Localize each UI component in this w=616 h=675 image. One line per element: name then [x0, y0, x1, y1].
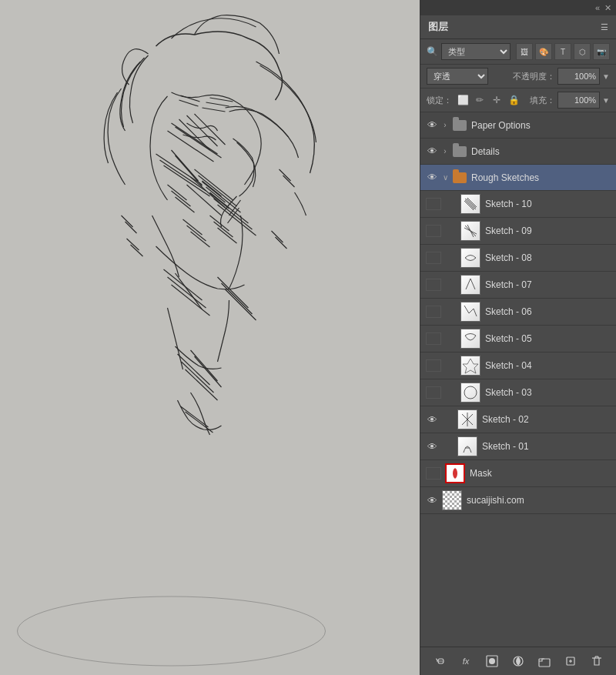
- layer-item-sketch-07[interactable]: Sketch - 07: [420, 272, 616, 299]
- visibility-toggle-sketch-05[interactable]: [426, 332, 441, 345]
- layer-name-mask: Mask: [467, 468, 612, 479]
- visibility-toggle-mask[interactable]: [426, 467, 441, 480]
- svg-rect-8: [539, 659, 550, 667]
- layer-item-sketch-03[interactable]: Sketch - 03: [420, 379, 616, 406]
- layer-item-sketch-06[interactable]: Sketch - 06: [420, 299, 616, 326]
- thumbnail-sketch-06: [460, 302, 480, 322]
- folder-icon-details: [452, 145, 467, 159]
- thumbnail-mask: [445, 463, 465, 483]
- expand-paper-options-icon[interactable]: ›: [440, 120, 450, 131]
- filter-pixel-button[interactable]: 🖼: [516, 43, 533, 60]
- filter-shape-button[interactable]: ⬡: [574, 43, 591, 60]
- expand-rough-sketches-icon[interactable]: ∨: [440, 172, 450, 183]
- layer-name-sketch-01: Sketch - 01: [480, 441, 612, 452]
- filter-smart-button[interactable]: 📷: [593, 43, 610, 60]
- folder-icon-rough-sketches: [452, 171, 467, 185]
- lock-transparent-button[interactable]: ⬜: [456, 93, 470, 107]
- blend-mode-select[interactable]: 穿透: [427, 68, 488, 85]
- filter-adjustment-button[interactable]: 🎨: [535, 43, 552, 60]
- layer-name-sucaijishi: sucaijishi.com: [464, 495, 612, 506]
- expand-details-icon[interactable]: ›: [440, 146, 450, 157]
- svg-point-2: [464, 386, 477, 399]
- visibility-toggle-details[interactable]: 👁: [424, 144, 440, 159]
- delete-layer-button[interactable]: [588, 652, 606, 670]
- visibility-toggle-sucaijishi[interactable]: 👁: [424, 493, 440, 508]
- layer-item-mask[interactable]: Mask: [420, 460, 616, 487]
- layers-list[interactable]: 👁 › Paper Options 👁 › Details 👁 ∨ Rough …: [420, 112, 616, 647]
- search-icon: 🔍: [427, 46, 438, 57]
- visibility-toggle-sketch-08[interactable]: [426, 252, 441, 264]
- layer-item-sketch-08[interactable]: Sketch - 08: [420, 245, 616, 272]
- filter-text-button[interactable]: T: [554, 43, 571, 60]
- canvas-area: [0, 0, 420, 675]
- lock-pixels-button[interactable]: ✏: [473, 93, 487, 107]
- visibility-toggle-sketch-09[interactable]: [426, 225, 441, 237]
- layer-item-sketch-09[interactable]: Sketch - 09: [420, 218, 616, 245]
- visibility-toggle-sketch-03[interactable]: [426, 386, 441, 399]
- new-group-button[interactable]: [535, 652, 554, 670]
- layer-name-sketch-06: Sketch - 06: [483, 306, 612, 317]
- layer-name-sketch-03: Sketch - 03: [483, 387, 612, 398]
- layer-name-paper-options: Paper Options: [469, 120, 612, 131]
- thumbnail-sketch-02: [457, 409, 477, 429]
- layer-item-sucaijishi[interactable]: 👁 sucaijishi.com: [420, 487, 616, 514]
- panel-footer: fx: [420, 647, 616, 675]
- panel-top-bar: « ✕: [420, 0, 616, 15]
- layer-item-sketch-02[interactable]: 👁 Sketch - 02: [420, 406, 616, 433]
- layer-item-sketch-04[interactable]: Sketch - 04: [420, 353, 616, 379]
- thumbnail-sketch-04: [460, 356, 480, 376]
- fill-chevron-icon: ▼: [602, 96, 610, 105]
- panel-header-icons: ☰: [601, 22, 608, 32]
- collapse-panel-button[interactable]: «: [595, 3, 600, 12]
- lock-position-button[interactable]: ✛: [490, 93, 504, 107]
- layer-item-paper-options[interactable]: 👁 › Paper Options: [420, 112, 616, 139]
- thumbnail-sucaijishi: [442, 490, 462, 510]
- thumbnail-sketch-05: [460, 329, 480, 349]
- opacity-input[interactable]: [557, 68, 600, 85]
- svg-point-6: [489, 658, 495, 664]
- visibility-toggle-paper-options[interactable]: 👁: [424, 118, 440, 133]
- add-mask-button[interactable]: [483, 652, 501, 670]
- adjustment-layer-button[interactable]: [509, 652, 527, 670]
- thumbnail-sketch-03: [460, 383, 480, 403]
- thumbnail-sketch-09: [460, 221, 480, 241]
- link-layers-button[interactable]: [430, 652, 449, 670]
- lock-all-button[interactable]: 🔒: [507, 93, 521, 107]
- opacity-row: 不透明度： ▼: [513, 68, 610, 85]
- folder-icon-paper-options: [452, 119, 467, 132]
- layer-name-sketch-08: Sketch - 08: [483, 252, 612, 263]
- panel-header: 图层 ☰: [420, 15, 616, 39]
- layer-item-sketch-10[interactable]: Sketch - 10: [420, 191, 616, 218]
- visibility-toggle-sketch-02[interactable]: 👁: [424, 412, 440, 427]
- layer-name-sketch-09: Sketch - 09: [483, 226, 612, 236]
- fill-label: 填充：: [530, 95, 555, 106]
- lock-icons: ⬜ ✏ ✛ 🔒: [456, 93, 521, 107]
- panel-menu-button[interactable]: ☰: [601, 22, 608, 32]
- visibility-toggle-sketch-06[interactable]: [426, 306, 441, 318]
- opacity-chevron-icon: ▼: [602, 72, 610, 81]
- filter-row: 🔍 类型 🖼 🎨 T ⬡ 📷: [420, 39, 616, 65]
- filter-type-select[interactable]: 类型: [441, 43, 511, 60]
- visibility-toggle-sketch-04[interactable]: [426, 359, 441, 372]
- visibility-toggle-sketch-10[interactable]: [426, 198, 441, 210]
- layer-name-details: Details: [469, 146, 612, 157]
- visibility-toggle-sketch-01[interactable]: 👁: [424, 439, 440, 454]
- layer-item-sketch-05[interactable]: Sketch - 05: [420, 326, 616, 353]
- filter-icons: 🖼 🎨 T ⬡ 📷: [516, 43, 610, 60]
- fill-input[interactable]: [557, 92, 600, 109]
- layer-item-details[interactable]: 👁 › Details: [420, 139, 616, 165]
- thumbnail-sketch-10: [460, 194, 480, 214]
- close-panel-button[interactable]: ✕: [604, 3, 611, 13]
- layer-item-sketch-01[interactable]: 👁 Sketch - 01: [420, 433, 616, 460]
- thumbnail-sketch-07: [460, 275, 480, 295]
- layer-name-sketch-10: Sketch - 10: [483, 199, 612, 209]
- panel-title: 图层: [428, 20, 448, 34]
- layer-name-sketch-02: Sketch - 02: [480, 414, 612, 425]
- visibility-toggle-rough-sketches[interactable]: 👁: [424, 170, 440, 185]
- new-layer-button[interactable]: [561, 652, 580, 670]
- layer-item-rough-sketches[interactable]: 👁 ∨ Rough Sketches: [420, 165, 616, 191]
- thumbnail-sketch-01: [457, 436, 477, 456]
- visibility-toggle-sketch-07[interactable]: [426, 279, 441, 291]
- layer-effects-button[interactable]: fx: [457, 652, 475, 670]
- svg-rect-0: [2, 0, 418, 675]
